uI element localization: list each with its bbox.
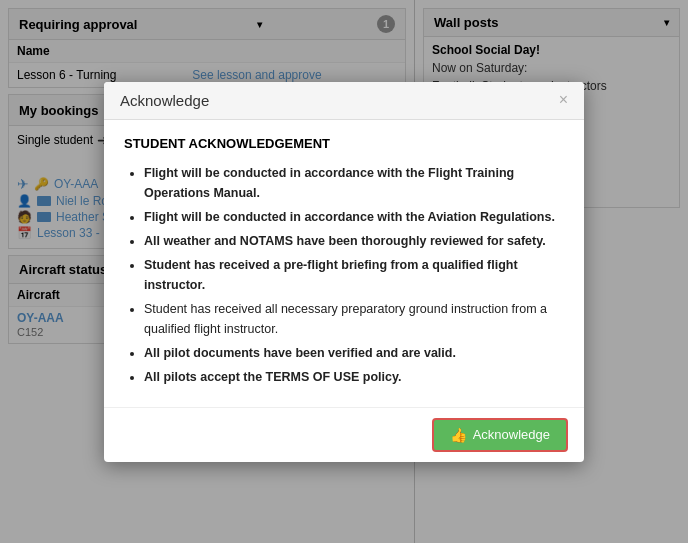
modal-footer: 👍 Acknowledge (104, 407, 584, 462)
modal-header: Acknowledge × (104, 82, 584, 120)
list-item: Student has received a pre-flight briefi… (144, 255, 564, 295)
acknowledgement-list: Flight will be conducted in accordance w… (124, 163, 564, 387)
thumbs-up-icon: 👍 (450, 427, 467, 443)
list-item: All weather and NOTAMS have been thoroug… (144, 231, 564, 251)
modal-overlay: Acknowledge × STUDENT ACKNOWLEDGEMENT Fl… (0, 0, 688, 543)
modal-close-button[interactable]: × (559, 92, 568, 108)
list-item: Flight will be conducted in accordance w… (144, 207, 564, 227)
list-item: All pilots accept the TERMS OF USE polic… (144, 367, 564, 387)
list-item: All pilot documents have been verified a… (144, 343, 564, 363)
modal-body: STUDENT ACKNOWLEDGEMENT Flight will be c… (104, 120, 584, 407)
list-item: Student has received all necessary prepa… (144, 299, 564, 339)
acknowledgement-title: STUDENT ACKNOWLEDGEMENT (124, 136, 564, 151)
list-item: Flight will be conducted in accordance w… (144, 163, 564, 203)
acknowledge-button[interactable]: 👍 Acknowledge (432, 418, 568, 452)
modal-title: Acknowledge (120, 92, 209, 109)
acknowledge-label: Acknowledge (473, 427, 550, 442)
acknowledge-modal: Acknowledge × STUDENT ACKNOWLEDGEMENT Fl… (104, 82, 584, 462)
